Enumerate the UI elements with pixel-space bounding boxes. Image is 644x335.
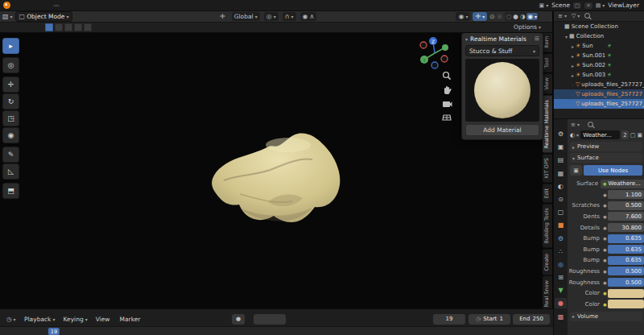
- camera-view-icon[interactable]: [441, 97, 452, 109]
- tool-button[interactable]: ✎: [2, 147, 19, 163]
- gizmo-dropdown[interactable]: ✛▾: [473, 12, 487, 21]
- navigation-gizmo[interactable]: Z Y: [417, 34, 456, 71]
- snap-toggle[interactable]: ∩▾: [283, 12, 296, 21]
- options-dropdown[interactable]: Options▾: [514, 23, 541, 31]
- outliner-row[interactable]: ▸ ☀ Sun.003 ☀: [554, 70, 644, 80]
- scene-icon[interactable]: ▣▾: [539, 2, 549, 9]
- collection-slot[interactable]: [45, 23, 53, 31]
- timeline-editor-icon[interactable]: ◷▾: [6, 316, 16, 323]
- property-value-field[interactable]: [608, 300, 644, 308]
- animate-dot-icon[interactable]: ●: [602, 280, 608, 285]
- animate-dot-icon[interactable]: ●: [602, 236, 608, 241]
- pan-hand-icon[interactable]: [441, 84, 452, 95]
- orientation-dropdown[interactable]: Global▾: [232, 12, 260, 21]
- frame-start-field[interactable]: ◷ Start1: [469, 314, 510, 325]
- material-name-field[interactable]: Weather...: [580, 130, 620, 139]
- outliner-row[interactable]: ▸ ☀ Sun.001 ☀: [554, 51, 644, 60]
- preview-section-header[interactable]: ▸ Preview: [570, 142, 642, 151]
- tool-button[interactable]: ⬒: [2, 183, 19, 199]
- wireframe-shading-icon[interactable]: ◌: [506, 13, 512, 20]
- animate-dot-icon[interactable]: ●: [602, 214, 608, 219]
- outliner-row[interactable]: · ▽ uploads_files_257727_: [554, 99, 644, 109]
- properties-tab[interactable]: ●: [555, 298, 567, 308]
- tool-button[interactable]: ◺: [2, 163, 19, 180]
- collection-slot[interactable]: [74, 23, 82, 31]
- tool-button[interactable]: ✛: [2, 77, 19, 93]
- proportional-edit-toggle[interactable]: ◉∧: [300, 12, 317, 21]
- collection-slot[interactable]: [64, 23, 72, 31]
- mode-dropdown[interactable]: ▢ Object Mode ▾: [15, 11, 73, 22]
- overlays-toggle[interactable]: ⊙: [489, 13, 494, 20]
- solid-shading-icon[interactable]: ●: [513, 13, 518, 20]
- volume-section-header[interactable]: ▸ Volume: [570, 312, 642, 321]
- current-frame-badge[interactable]: 19: [48, 328, 60, 335]
- search-icon[interactable]: [584, 13, 590, 19]
- animate-dot-icon[interactable]: ●: [602, 247, 608, 252]
- sidebar-tab[interactable]: View: [543, 73, 552, 93]
- outliner-row[interactable]: · ▽ uploads_files_257727_: [554, 80, 644, 89]
- filter-icon[interactable]: ▽▾: [572, 13, 580, 19]
- outliner-row[interactable]: ▾ ▦ Collection: [554, 31, 644, 41]
- tool-button[interactable]: ◉: [2, 127, 19, 143]
- property-value-field[interactable]: 1.100: [608, 190, 644, 199]
- sidebar-tab[interactable]: Create: [543, 250, 552, 275]
- timeline-menu-item[interactable]: Playback▾: [24, 316, 55, 323]
- animate-dot-icon[interactable]: ●: [602, 302, 608, 307]
- property-value-field[interactable]: 7.600: [608, 212, 644, 221]
- sidebar-tab[interactable]: Item: [543, 32, 552, 52]
- workspace-tab[interactable]: [93, 5, 100, 6]
- expander-icon[interactable]: ▾: [564, 34, 569, 39]
- expander-icon[interactable]: ▸: [570, 63, 576, 68]
- sidebar-tab[interactable]: Real Snow: [543, 276, 552, 308]
- outliner-row[interactable]: ▸ ☀ Sun.002 ☀: [554, 60, 644, 70]
- viewport-3d[interactable]: ▸◎✛↻◳◉✎◺⬒ Z Y: [0, 32, 552, 308]
- timeline-menu-item[interactable]: Marker: [120, 316, 142, 323]
- panel-collapse-icon[interactable]: ▾: [465, 36, 468, 42]
- new-scene-button[interactable]: ▢: [573, 2, 581, 9]
- tool-button[interactable]: ◎: [2, 57, 19, 73]
- xray-toggle[interactable]: ⊞: [497, 13, 502, 20]
- workspace-tab[interactable]: [77, 5, 84, 6]
- outliner-row[interactable]: ▸ ☀ Sun ☀: [554, 41, 644, 51]
- scene-name[interactable]: Scene: [551, 2, 570, 9]
- property-value-field[interactable]: 0.500: [608, 201, 644, 210]
- properties-tab[interactable]: ▦: [555, 168, 567, 179]
- sidebar-tab[interactable]: KIT OPS: [543, 154, 552, 182]
- properties-tab[interactable]: ■: [555, 220, 567, 230]
- animate-dot-icon[interactable]: ●: [602, 225, 608, 230]
- properties-tab[interactable]: ▼: [555, 285, 567, 296]
- expander-icon[interactable]: ▸: [570, 72, 576, 78]
- properties-filter-icon[interactable]: ≡▾: [571, 122, 580, 128]
- surface-section-header[interactable]: ▾ Surface: [570, 153, 642, 163]
- axis-x-negative[interactable]: [420, 42, 427, 48]
- animate-dot-icon[interactable]: ●: [602, 192, 608, 197]
- property-value-field[interactable]: 0.500: [608, 267, 644, 275]
- timeline-menu-item[interactable]: View: [96, 316, 112, 323]
- animate-dot-icon[interactable]: ●: [602, 291, 608, 296]
- properties-tab[interactable]: ⚙: [555, 129, 567, 139]
- properties-tab[interactable]: ⊙: [555, 194, 567, 205]
- rendered-shading-icon[interactable]: ◉▾: [526, 13, 538, 20]
- axis-y-positive-2[interactable]: [442, 44, 448, 51]
- axis-z-negative[interactable]: [431, 62, 438, 68]
- property-value-field[interactable]: [608, 289, 644, 298]
- workspace-tab[interactable]: [118, 5, 124, 6]
- material-shading-icon[interactable]: ◑: [520, 13, 526, 20]
- frame-end-field[interactable]: End250: [513, 314, 550, 325]
- workspace-tab[interactable]: [142, 5, 148, 6]
- panel-menu-icon[interactable]: ☰: [535, 35, 539, 42]
- property-value-field[interactable]: 30.800: [608, 223, 644, 232]
- tool-button[interactable]: ◳: [2, 110, 19, 126]
- properties-tab[interactable]: ◐: [555, 181, 567, 192]
- properties-search-icon[interactable]: [588, 122, 593, 127]
- tool-button[interactable]: ↻: [2, 93, 19, 110]
- sidebar-tab[interactable]: Tool: [543, 54, 552, 72]
- material-sphere-icon[interactable]: ◐▾: [570, 132, 579, 139]
- view-layer-name[interactable]: ViewLayer: [608, 2, 639, 9]
- workspace-tab[interactable]: [53, 5, 60, 6]
- collection-slot[interactable]: [55, 23, 63, 31]
- property-value-field[interactable]: 0.635: [608, 256, 644, 265]
- delete-scene-button[interactable]: ✕: [584, 2, 592, 9]
- view-layer-icon[interactable]: ▤▾: [596, 2, 605, 9]
- axis-x-positive[interactable]: [441, 56, 448, 62]
